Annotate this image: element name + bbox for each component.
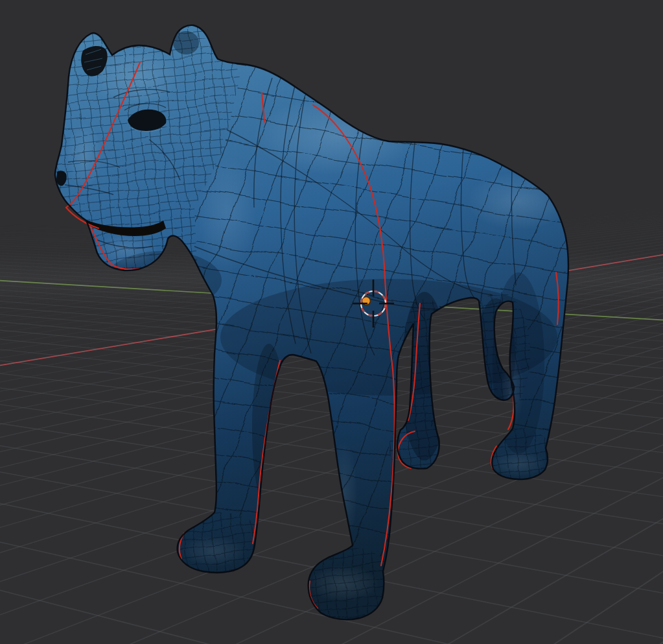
viewport-canvas[interactable] [0,0,663,644]
3d-viewport[interactable] [0,0,663,644]
